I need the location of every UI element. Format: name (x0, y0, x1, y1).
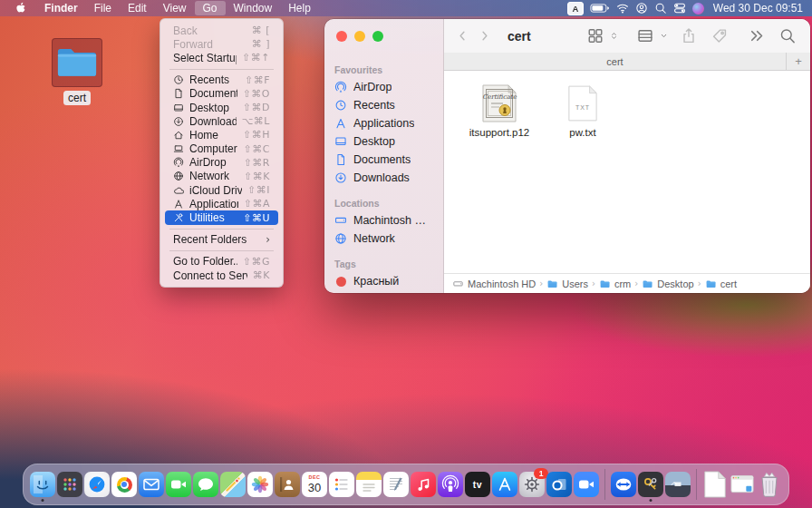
sidebar-item-recents[interactable]: Recents (329, 96, 439, 114)
svg-text:Certificate: Certificate (482, 93, 517, 101)
breadcrumb-users[interactable]: Users (546, 278, 588, 289)
sidebar-item-красный[interactable]: Красный (329, 272, 439, 290)
desktop-icon-cert[interactable]: cert (49, 38, 105, 105)
sidebar-item-documents[interactable]: Documents (329, 151, 439, 169)
more-toolbar-icon[interactable] (748, 27, 766, 44)
input-source-icon[interactable]: A (567, 2, 584, 15)
breadcrumb-crm[interactable]: crm (599, 278, 631, 289)
menu-item-label: Home (189, 129, 218, 142)
go-menu-item-network[interactable]: Network⇧⌘K (165, 170, 278, 183)
go-menu-item-home[interactable]: Home⇧⌘H (165, 128, 278, 142)
minimize-button[interactable] (354, 31, 365, 42)
dock-item-teamviewer[interactable] (611, 472, 636, 497)
dock-item-safari[interactable] (84, 472, 110, 497)
dock-item-trash[interactable] (757, 472, 782, 497)
menubar-menu-view[interactable]: View (155, 1, 195, 15)
dock-item-screenshot[interactable] (665, 472, 691, 497)
go-menu-item-forward[interactable]: Forward⌘ ] (165, 37, 278, 51)
breadcrumb-cert[interactable]: cert (705, 278, 737, 289)
dock-item-photos[interactable] (247, 472, 273, 497)
new-tab-button[interactable]: + (786, 53, 810, 70)
sidebar-item-machintosh-hd-data[interactable]: Machintosh HD - Data (329, 211, 439, 230)
file-pw.txt[interactable]: TXT pw.txt (544, 82, 622, 138)
dock-item-notes[interactable] (356, 472, 382, 497)
menubar-menu-file[interactable]: File (86, 1, 120, 15)
go-menu-item-downloads[interactable]: Downloads⌥⌘L (165, 114, 278, 128)
dock-item-outlook[interactable] (546, 472, 572, 497)
breadcrumb-machintosh-hd[interactable]: Machintosh HD (452, 278, 536, 289)
go-menu-item-utilities[interactable]: Utilities⇧⌘U (165, 210, 278, 224)
go-menu: Back⌘ [Forward⌘ ]Select Startup Disk⇧⌘↑R… (160, 18, 284, 288)
menubar-menu-go[interactable]: Go (195, 1, 226, 15)
apple-menu-icon[interactable] (14, 2, 27, 15)
search-icon[interactable] (778, 27, 797, 44)
dock-item-music[interactable] (411, 472, 436, 497)
view-mode-caret-icon[interactable] (610, 27, 618, 44)
dock-item-docstack[interactable] (702, 472, 728, 497)
sidebar-item-desktop[interactable]: Desktop (329, 132, 439, 151)
menubar-menu-window[interactable]: Window (226, 1, 281, 15)
sidebar-item-airdrop[interactable]: AirDrop (329, 78, 439, 96)
sidebar-item-оранжевый[interactable]: Оранжевый (329, 290, 439, 293)
go-menu-item-computer[interactable]: Computer⇧⌘C (165, 142, 278, 156)
sidebar-item-network[interactable]: Network (329, 230, 439, 248)
tab-cert[interactable]: cert (444, 56, 786, 67)
search-icon[interactable] (654, 2, 667, 15)
close-button[interactable] (336, 31, 347, 42)
menubar-menu-help[interactable]: Help (280, 1, 319, 15)
share-icon[interactable] (680, 27, 698, 44)
dock-item-contacts[interactable] (275, 472, 300, 497)
dock-item-facetime[interactable] (166, 472, 191, 497)
dock-item-miniwindow[interactable] (730, 472, 755, 497)
view-mode-icon[interactable] (586, 27, 604, 44)
dock-item-keychain[interactable] (638, 472, 663, 497)
sidebar-item-downloads[interactable]: Downloads (329, 169, 439, 187)
breadcrumb-desktop[interactable]: Desktop (642, 278, 693, 289)
dock-item-zoomapp[interactable] (574, 472, 599, 497)
go-menu-item-connect-to-server-[interactable]: Connect to Server...⌘K (165, 269, 278, 282)
dock-item-finder[interactable] (30, 472, 55, 497)
forward-button[interactable] (475, 27, 493, 45)
go-menu-item-airdrop[interactable]: AirDrop⇧⌘R (165, 156, 278, 170)
folder-icon (56, 44, 98, 82)
wifi-icon[interactable] (616, 2, 629, 15)
sidebar-item-applications[interactable]: Applications (329, 114, 439, 132)
dock-item-maps[interactable] (220, 472, 246, 497)
dock-item-launchpad[interactable] (57, 472, 82, 497)
folder-icon (599, 278, 611, 289)
back-button[interactable] (453, 27, 471, 45)
tag-icon[interactable] (710, 27, 729, 44)
dock-item-podcasts[interactable] (438, 472, 463, 497)
dock-item-chrome[interactable] (111, 472, 137, 497)
dock-item-reminders[interactable] (329, 472, 354, 497)
zoom-button[interactable] (372, 31, 383, 42)
group-by-icon[interactable] (636, 27, 654, 44)
dock-item-sysprefs[interactable]: 1 (519, 472, 545, 497)
go-menu-item-documents[interactable]: Documents⇧⌘O (165, 87, 278, 101)
go-menu-item-recents[interactable]: Recents⇧⌘F (165, 73, 278, 87)
menubar-menu-edit[interactable]: Edit (120, 1, 155, 15)
menubar-menu-finder[interactable]: Finder (36, 1, 86, 15)
go-menu-item-go-to-folder-[interactable]: Go to Folder...⇧⌘G (165, 255, 278, 269)
menu-shortcut: ⇧⌘U (237, 212, 270, 224)
go-menu-item-recent-folders[interactable]: Recent Folders› (165, 233, 278, 247)
siri-icon[interactable] (692, 3, 704, 15)
dock-item-tv[interactable]: tv (465, 472, 490, 497)
menu-bar-clock[interactable]: Wed 30 Dec 09:51 (713, 2, 803, 15)
go-menu-item-icloud-drive[interactable]: iCloud Drive⇧⌘I (165, 183, 278, 197)
go-menu-item-desktop[interactable]: Desktop⇧⌘D (165, 101, 278, 114)
control-center-icon[interactable] (673, 2, 686, 15)
go-menu-item-applications[interactable]: Applications⇧⌘A (165, 197, 278, 210)
account-icon[interactable] (635, 2, 648, 15)
dock-item-messages[interactable] (193, 472, 218, 497)
breadcrumb-label: Machintosh HD (468, 278, 536, 289)
dock-item-calendar[interactable]: DEC30 (302, 472, 327, 497)
dock-item-appstore[interactable] (492, 472, 517, 497)
go-menu-item-back[interactable]: Back⌘ [ (165, 24, 278, 37)
file-itsupport.p12[interactable]: Certificate itsupport.p12 (460, 82, 538, 138)
go-menu-item-select-startup-disk[interactable]: Select Startup Disk⇧⌘↑ (165, 51, 278, 64)
dock-item-mail[interactable] (139, 472, 164, 497)
dock-item-textedit[interactable] (383, 472, 409, 497)
battery-icon[interactable] (590, 2, 610, 15)
group-caret-icon[interactable] (660, 27, 668, 44)
